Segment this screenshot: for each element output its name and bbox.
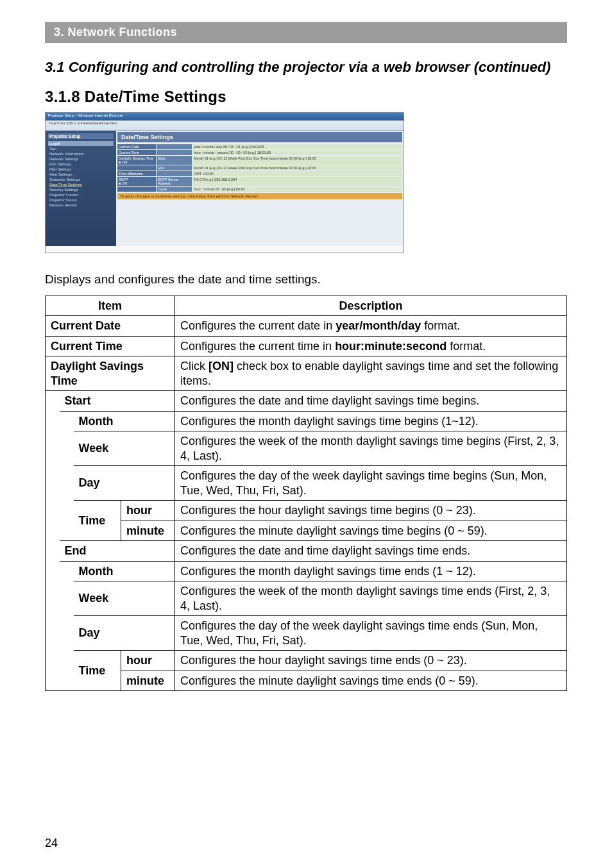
item-end-time: Time (74, 651, 121, 691)
row-value: GMT +00:00 (192, 171, 402, 176)
item-current-date: Current Date (46, 316, 175, 337)
desc-start-day: Configures the day of the week daylight … (175, 466, 567, 501)
item-end: End (60, 541, 175, 562)
desc-start-week: Configures the week of the month dayligh… (175, 431, 567, 466)
desc-current-date: Configures the current date in year/mont… (175, 316, 567, 337)
item-end-hour: hour (121, 651, 175, 671)
desc-end-day: Configures the day of the week daylight … (175, 616, 567, 651)
item-end-month: Month (74, 561, 175, 581)
row-value: Month 01 [e.g.] 01-12 Week First Day Sun… (192, 165, 402, 171)
indent-start (60, 411, 74, 541)
desc-end-month: Configures the month daylight savings ti… (175, 561, 567, 581)
item-start: Start (60, 391, 175, 412)
sidebar-item-selected: Date/Time Settings (48, 182, 114, 187)
main-panel: Date/Time Settings Current Dateyear / mo… (116, 131, 404, 246)
sidebar-item: Alert Settings (48, 172, 114, 177)
sidebar-item: Network Restart (48, 203, 114, 208)
item-start-hour: hour (121, 501, 175, 521)
subsection-title: 3.1.8 Date/Time Settings (45, 88, 567, 106)
sidebar-item: Port Settings (48, 162, 114, 167)
desc-current-time: Configures the current time in hour:minu… (175, 336, 567, 356)
row-sub: End (157, 165, 192, 171)
row-sub: Cycle (157, 187, 192, 192)
sidebar: Projector Setup Logoff Top : Network Inf… (46, 131, 116, 246)
desc-end-hour: Configures the hour daylight savings tim… (175, 651, 567, 671)
row-sub: SNTP Server Address (157, 177, 192, 186)
desc-end-week: Configures the week of the month dayligh… (175, 581, 567, 616)
row-label: Time difference (117, 171, 156, 176)
desc-start-month: Configures the month daylight savings ti… (175, 411, 567, 431)
sidebar-item: Schedule Settings (48, 177, 114, 182)
row-value: hour : minute 00 : 00 [e.g.] 00:00 (192, 187, 402, 192)
page-number: 24 (45, 837, 58, 850)
chapter-header: 3. Network Functions (45, 22, 567, 43)
panel-title: Date/Time Settings (117, 132, 402, 142)
desc-start: Configures the date and time daylight sa… (175, 391, 567, 412)
item-start-day: Day (74, 466, 175, 501)
window-titlebar: Projector Setup - Windows Internet Explo… (46, 113, 404, 121)
section-title: 3.1 Configuring and controlling the proj… (45, 58, 567, 76)
item-dst: Daylight Savings Time (46, 356, 175, 391)
sidebar-header: Projector Setup (48, 133, 114, 139)
item-end-day: Day (74, 616, 175, 651)
settings-screenshot: Projector Setup - Windows Internet Explo… (45, 112, 404, 253)
row-value: Month 01 [e.g.] 01-12 Week First Day Sun… (192, 156, 402, 165)
row-label: SNTP■ ON (117, 177, 156, 186)
sidebar-item: Projector Control (48, 192, 114, 197)
sidebar-item: Projector Status (48, 197, 114, 203)
item-start-time: Time (74, 501, 121, 541)
desc-dst: Click [ON] check box to enable daylight … (175, 356, 567, 391)
item-start-minute: minute (121, 521, 175, 541)
indent-dst (46, 391, 60, 691)
intro-text: Displays and configures the date and tim… (45, 272, 567, 287)
item-end-week: Week (74, 581, 175, 616)
apply-notice: To apply changes to date/time settings, … (117, 193, 402, 199)
col-header-item: Item (46, 296, 175, 316)
row-value: hour : minute : second 00 : 00 : 00 [e.g… (192, 150, 402, 155)
desc-end-minute: Configures the minute daylight savings t… (175, 671, 567, 691)
sidebar-item: Network Settings (48, 156, 114, 162)
row-sub: Start (157, 156, 192, 165)
desc-start-hour: Configures the hour daylight savings tim… (175, 501, 567, 521)
sidebar-logoff: Logoff (48, 141, 114, 146)
col-header-desc: Description (175, 296, 567, 316)
item-start-week: Week (74, 431, 175, 466)
desc-start-minute: Configures the minute daylight savings t… (175, 521, 567, 541)
indent-end (60, 561, 74, 691)
row-value: 0.0.0.0 [e.g.] 192.168.1.254 (192, 177, 402, 186)
sidebar-item: Mail Settings (48, 167, 114, 172)
row-value: year / month / day 08 / 01 / 01 [e.g.] 0… (192, 144, 402, 149)
sidebar-item: Network Information (48, 151, 114, 156)
item-end-minute: minute (121, 671, 175, 691)
desc-end: Configures the date and time daylight sa… (175, 541, 567, 562)
row-label: Daylight Savings Time■ ON (117, 156, 156, 165)
item-current-time: Current Time (46, 336, 175, 356)
sidebar-item: Security Settings (48, 187, 114, 192)
row-label: Current Date (117, 144, 156, 149)
row-label: Current Time (117, 150, 156, 155)
item-start-month: Month (74, 411, 175, 431)
settings-table: Item Description Current Date Configures… (45, 296, 567, 692)
address-bar: http://192.168.1.10/admin/datetime.html (46, 121, 404, 126)
sidebar-item: Top : (48, 146, 114, 151)
